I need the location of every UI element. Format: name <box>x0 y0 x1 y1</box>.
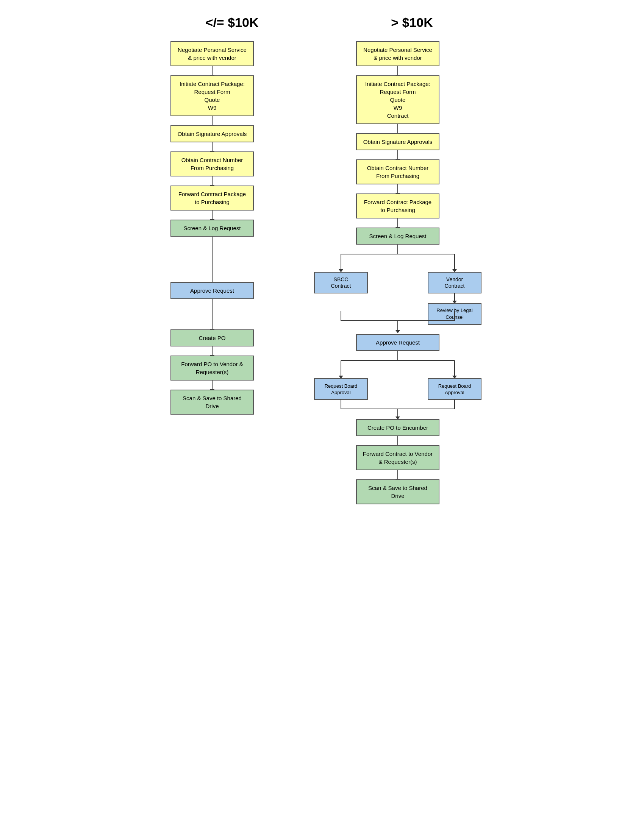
right-box8: Create PO to Encumber <box>356 419 440 436</box>
r-arrow5 <box>398 219 398 228</box>
svg-marker-3 <box>339 269 343 272</box>
svg-text:Request Board: Request Board <box>325 383 357 389</box>
left-header: </= $10K <box>162 15 302 30</box>
r-arrow2 <box>398 124 398 133</box>
page-container: </= $10K > $10K Negotiate Personal Servi… <box>142 15 502 818</box>
svg-rect-29 <box>314 379 367 399</box>
arrow6 <box>212 236 213 282</box>
arrow8 <box>212 346 213 355</box>
svg-marker-5 <box>452 269 457 272</box>
arrow3 <box>212 142 213 151</box>
svg-text:Contract: Contract <box>331 283 351 289</box>
right-box4: Obtain Contract Number From Purchasing <box>356 159 440 184</box>
svg-text:Approval: Approval <box>445 390 464 395</box>
merge-svg1 <box>303 311 493 334</box>
left-box4: Obtain Contract Number From Purchasing <box>171 151 254 177</box>
r-arrow8 <box>398 436 398 445</box>
left-box6: Screen & Log Request <box>171 220 254 236</box>
arrow2 <box>212 116 213 125</box>
right-header: > $10K <box>342 15 482 30</box>
svg-text:Vendor: Vendor <box>446 277 463 283</box>
r-arrow3 <box>398 150 398 159</box>
right-box7: Approve Request <box>356 334 440 351</box>
svg-text:Request Board: Request Board <box>438 383 471 389</box>
svg-text:Contract: Contract <box>445 283 465 289</box>
columns-header: </= $10K > $10K <box>142 15 502 30</box>
svg-text:SBCC: SBCC <box>334 277 349 283</box>
left-box10: Scan & Save to Shared Drive <box>171 390 254 415</box>
r-arrow4 <box>398 184 398 193</box>
right-box1: Negotiate Personal Service & price with … <box>356 41 440 66</box>
arrow9 <box>212 381 213 390</box>
right-box3: Obtain Signature Approvals <box>356 133 440 150</box>
svg-marker-22 <box>396 330 400 333</box>
right-box9: Forward Contract to Vendor & Requester(s… <box>356 445 440 470</box>
branch-svg: SBCC Contract Vendor Contract Review by … <box>303 244 493 313</box>
arrow5 <box>212 211 213 220</box>
right-box6: Screen & Log Request <box>356 228 440 244</box>
board-svg: Request Board Approval Request Board App… <box>303 351 493 419</box>
left-box3: Obtain Signature Approvals <box>171 125 254 142</box>
left-box1: Negotiate Personal Service & price with … <box>171 41 254 66</box>
svg-rect-32 <box>428 379 481 399</box>
right-box2: Initiate Contract Package:Request FormQu… <box>356 76 440 124</box>
left-flow-column: Negotiate Personal Service & price with … <box>142 41 282 415</box>
svg-marker-26 <box>339 376 343 379</box>
arrow7 <box>212 299 213 330</box>
left-box9: Forward PO to Vendor & Requester(s) <box>171 355 254 381</box>
right-box5: Forward Contract Package to Purchasing <box>356 193 440 219</box>
r-arrow1 <box>398 66 398 76</box>
left-box2: Initiate Contract Package:Request FormQu… <box>171 76 254 116</box>
left-box5: Forward Contract Package to Purchasing <box>171 185 254 211</box>
svg-text:Approval: Approval <box>331 390 350 395</box>
r-arrow9 <box>398 470 398 479</box>
svg-marker-28 <box>452 376 457 379</box>
left-box7: Approve Request <box>171 282 254 299</box>
right-box10: Scan & Save to Shared Drive <box>356 479 440 504</box>
left-box8: Create PO <box>171 330 254 346</box>
arrow4 <box>212 177 213 185</box>
arrow1 <box>212 66 213 76</box>
svg-marker-13 <box>452 301 457 304</box>
right-flow-column: Negotiate Personal Service & price with … <box>294 41 502 504</box>
